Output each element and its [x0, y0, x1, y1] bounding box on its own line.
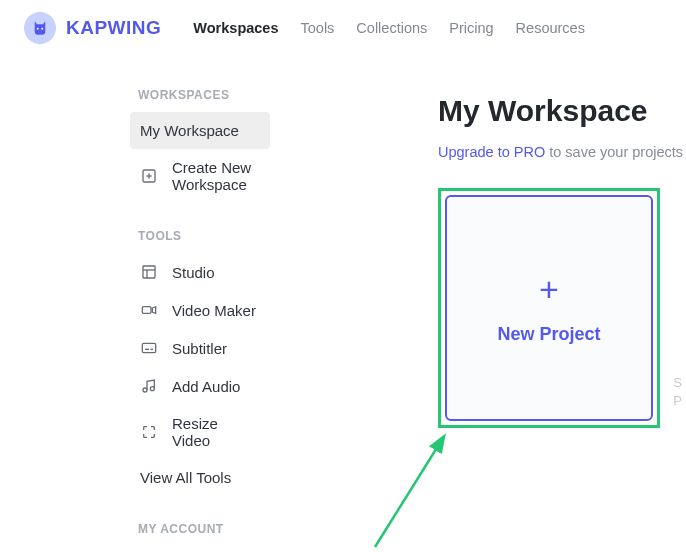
svg-rect-5 — [143, 266, 155, 278]
upgrade-link[interactable]: Upgrade to PRO — [438, 144, 545, 160]
upgrade-row: Upgrade to PRO to save your projects — [438, 144, 686, 160]
subtitle-icon — [140, 339, 158, 357]
sidebar: WORKSPACES My Workspace Create New Works… — [0, 88, 290, 552]
nav-resources[interactable]: Resources — [516, 20, 585, 36]
sidebar-item-account-user[interactable]: Ajaay Srinivasan — [130, 546, 270, 552]
sidebar-item-label: Add Audio — [172, 378, 240, 395]
sidebar-item-create-workspace[interactable]: Create New Workspace — [130, 149, 270, 203]
sidebar-item-video-maker[interactable]: Video Maker — [130, 291, 270, 329]
workspace-title: My Workspace — [438, 94, 686, 128]
sidebar-item-label: View All Tools — [140, 469, 231, 486]
svg-point-0 — [37, 28, 39, 30]
side-hint: S P — [673, 374, 682, 410]
logo-wrap[interactable]: KAPWING — [24, 12, 161, 44]
sidebar-item-label: Create New Workspace — [172, 159, 260, 193]
sidebar-item-label: Studio — [172, 264, 215, 281]
svg-marker-9 — [152, 307, 155, 314]
nav-links: Workspaces Tools Collections Pricing Res… — [193, 20, 585, 36]
upgrade-suffix: to save your projects — [545, 144, 683, 160]
svg-rect-8 — [142, 307, 151, 314]
sidebar-item-resize-video[interactable]: Resize Video — [130, 405, 270, 459]
resize-icon — [140, 423, 158, 441]
brand-name: KAPWING — [66, 17, 161, 39]
cat-logo-icon — [24, 12, 56, 44]
plus-box-icon — [140, 167, 158, 185]
svg-rect-10 — [142, 343, 155, 352]
sidebar-item-label: Subtitler — [172, 340, 227, 357]
nav-pricing[interactable]: Pricing — [449, 20, 493, 36]
top-nav: KAPWING Workspaces Tools Collections Pri… — [0, 0, 686, 56]
nav-tools[interactable]: Tools — [301, 20, 335, 36]
svg-point-14 — [150, 387, 154, 391]
svg-point-13 — [143, 388, 147, 392]
sidebar-item-add-audio[interactable]: Add Audio — [130, 367, 270, 405]
video-camera-icon — [140, 301, 158, 319]
layout-icon — [140, 263, 158, 281]
new-project-highlight: + New Project — [438, 188, 660, 428]
svg-point-1 — [41, 28, 43, 30]
main-content: My Workspace Upgrade to PRO to save your… — [290, 88, 686, 552]
music-note-icon — [140, 377, 158, 395]
sidebar-item-my-workspace[interactable]: My Workspace — [130, 112, 270, 149]
nav-collections[interactable]: Collections — [356, 20, 427, 36]
section-header-account: MY ACCOUNT — [130, 522, 270, 536]
section-header-tools: TOOLS — [130, 229, 270, 243]
sidebar-item-studio[interactable]: Studio — [130, 253, 270, 291]
sidebar-item-subtitler[interactable]: Subtitler — [130, 329, 270, 367]
nav-workspaces[interactable]: Workspaces — [193, 20, 278, 36]
new-project-label: New Project — [497, 324, 600, 345]
plus-icon: + — [539, 272, 559, 306]
sidebar-item-label: My Workspace — [140, 122, 239, 139]
section-header-workspaces: WORKSPACES — [130, 88, 270, 102]
sidebar-item-label: Resize Video — [172, 415, 260, 449]
sidebar-item-view-all-tools[interactable]: View All Tools — [130, 459, 270, 496]
new-project-button[interactable]: + New Project — [445, 195, 653, 421]
sidebar-item-label: Video Maker — [172, 302, 256, 319]
